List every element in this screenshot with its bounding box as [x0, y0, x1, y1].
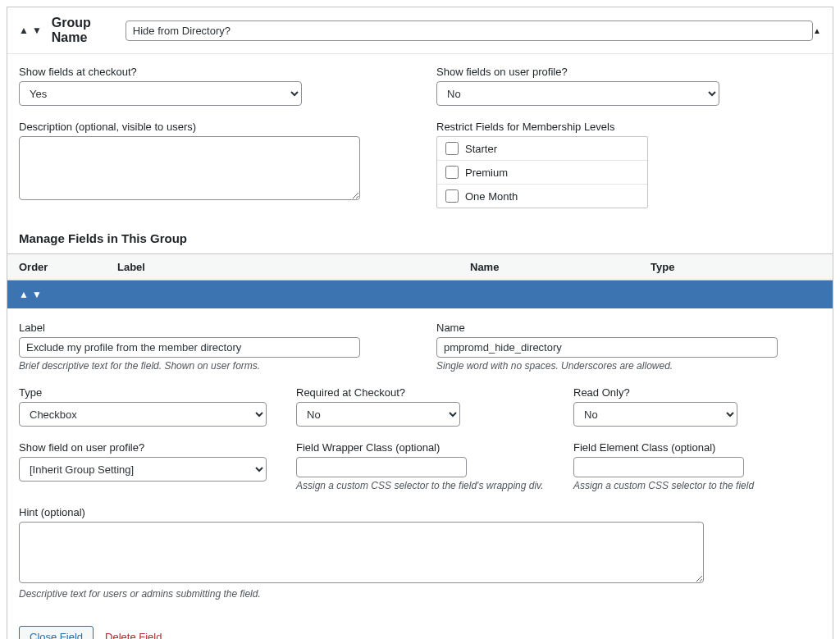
- show-on-profile-select[interactable]: No: [436, 81, 719, 106]
- field-label-hint: Brief descriptive text for the field. Sh…: [19, 360, 404, 372]
- wrapper-class-input[interactable]: [296, 457, 467, 477]
- element-class-hint: Assign a custom CSS selector to the fiel…: [573, 480, 821, 491]
- field-label-group: Label Brief descriptive text for the fie…: [19, 322, 404, 372]
- hint-hint: Descriptive text for users or admins sub…: [19, 588, 821, 600]
- description-label: Description (optional, visible to users): [19, 121, 404, 133]
- field-name-label: Name: [436, 322, 821, 334]
- col-name: Name: [470, 261, 651, 273]
- hint-textarea[interactable]: [19, 522, 704, 583]
- field-name-group: Name Single word with no spaces. Undersc…: [436, 322, 821, 372]
- level-item: Premium: [437, 161, 647, 185]
- field-editor: Label Brief descriptive text for the fie…: [7, 308, 833, 639]
- col-label: Label: [117, 261, 470, 273]
- show-field-profile-group: Show field on user profile? [Inherit Gro…: [19, 441, 267, 491]
- field-name-input[interactable]: [436, 337, 778, 358]
- required-label: Required at Checkout?: [296, 386, 544, 399]
- field-type-select[interactable]: Checkbox: [19, 402, 267, 427]
- field-type-group: Type Checkbox: [19, 386, 267, 427]
- delete-field-link[interactable]: Delete Field: [105, 631, 162, 639]
- show-field-profile-select[interactable]: [Inherit Group Setting]: [19, 457, 267, 482]
- group-order-controls: ▲ ▼: [19, 25, 42, 36]
- field-move-up-icon[interactable]: ▲: [19, 289, 29, 300]
- readonly-select[interactable]: No: [573, 402, 737, 427]
- show-on-profile-label: Show fields on user profile?: [436, 66, 821, 78]
- element-class-input[interactable]: [573, 457, 744, 477]
- levels-checklist: Starter Premium One Month: [436, 136, 648, 208]
- required-select[interactable]: No: [296, 402, 460, 427]
- wrapper-class-group: Field Wrapper Class (optional) Assign a …: [296, 441, 544, 491]
- wrapper-class-hint: Assign a custom CSS selector to the fiel…: [296, 480, 544, 491]
- level-label: Starter: [465, 143, 497, 155]
- field-label-input[interactable]: [19, 337, 360, 358]
- level-label: Premium: [465, 167, 508, 179]
- fields-table-header: Order Label Name Type: [7, 253, 833, 281]
- field-label-label: Label: [19, 322, 404, 334]
- col-order: Order: [19, 261, 117, 273]
- description-textarea[interactable]: [19, 136, 360, 200]
- move-down-icon[interactable]: ▼: [32, 25, 42, 36]
- hint-label: Hint (optional): [19, 506, 821, 518]
- readonly-label: Read Only?: [573, 386, 821, 399]
- field-move-down-icon[interactable]: ▼: [32, 289, 42, 300]
- close-field-button[interactable]: Close Field: [19, 626, 94, 639]
- description-group: Description (optional, visible to users): [19, 121, 404, 208]
- show-at-checkout-label: Show fields at checkout?: [19, 66, 404, 78]
- element-class-group: Field Element Class (optional) Assign a …: [573, 441, 821, 491]
- required-group: Required at Checkout? No: [296, 386, 544, 427]
- col-type: Type: [651, 261, 821, 273]
- level-item: Starter: [437, 137, 647, 161]
- restrict-levels-group: Restrict Fields for Membership Levels St…: [436, 121, 821, 208]
- readonly-group: Read Only? No: [573, 386, 821, 427]
- group-settings: Show fields at checkout? Yes Show fields…: [7, 54, 833, 228]
- level-checkbox-one-month[interactable]: [445, 189, 459, 203]
- field-row-header: ▲ ▼: [7, 281, 833, 308]
- field-name-hint: Single word with no spaces. Underscores …: [436, 360, 821, 372]
- element-class-label: Field Element Class (optional): [573, 441, 821, 454]
- group-panel: ▲ ▼ Group Name ▲ Show fields at checkout…: [7, 7, 833, 639]
- field-actions: Close Field Delete Field: [19, 614, 821, 639]
- level-item: One Month: [437, 185, 647, 208]
- group-name-label: Group Name: [52, 16, 119, 45]
- level-label: One Month: [465, 190, 518, 203]
- show-field-profile-label: Show field on user profile?: [19, 441, 267, 454]
- show-at-checkout-group: Show fields at checkout? Yes: [19, 66, 404, 106]
- group-name-input[interactable]: [126, 21, 813, 41]
- group-header: ▲ ▼ Group Name ▲: [7, 7, 833, 54]
- move-up-icon[interactable]: ▲: [19, 25, 29, 36]
- level-checkbox-starter[interactable]: [445, 142, 459, 155]
- hint-group: Hint (optional) Descriptive text for use…: [19, 506, 821, 600]
- show-on-profile-group: Show fields on user profile? No: [436, 66, 821, 106]
- manage-fields-heading: Manage Fields in This Group: [7, 228, 833, 253]
- field-order-controls: ▲ ▼: [19, 289, 42, 300]
- show-at-checkout-select[interactable]: Yes: [19, 81, 302, 106]
- field-type-label: Type: [19, 386, 267, 399]
- level-checkbox-premium[interactable]: [445, 166, 459, 179]
- restrict-levels-label: Restrict Fields for Membership Levels: [436, 121, 821, 133]
- wrapper-class-label: Field Wrapper Class (optional): [296, 441, 544, 454]
- collapse-toggle-icon[interactable]: ▲: [813, 26, 821, 35]
